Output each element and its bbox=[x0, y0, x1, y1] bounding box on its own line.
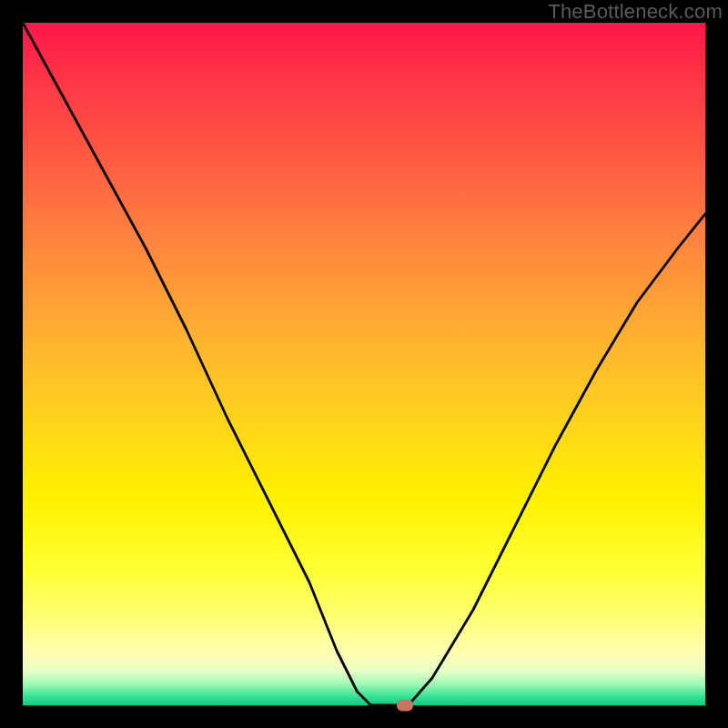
bottleneck-curve bbox=[23, 23, 705, 705]
optimal-point-marker bbox=[397, 700, 413, 712]
chart-container: TheBottleneck.com bbox=[0, 0, 728, 728]
curve-line bbox=[23, 23, 705, 705]
plot-area bbox=[23, 23, 705, 705]
watermark-text: TheBottleneck.com bbox=[548, 0, 723, 24]
